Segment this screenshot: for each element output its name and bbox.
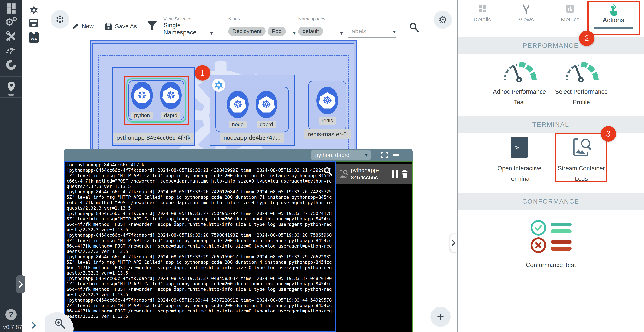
select-performance-profile-action[interactable]: Select Performance Profile [552,58,610,108]
location-pin-icon[interactable] [0,81,22,97]
inbox-icon[interactable] [22,18,46,27]
tab-label: Views [507,16,546,23]
selected-pod-highlight: ☸ python ☸ daprd [126,78,186,123]
kind-chip-deployment[interactable]: Deployment [228,27,266,36]
tools-icon[interactable] [0,31,22,41]
pencil-icon [72,22,79,30]
container-redis[interactable]: ☸ redis [316,87,338,124]
annotation-badge-2: 2 [579,30,594,46]
kind-chip-pod[interactable]: Pod [268,27,286,36]
zoom-in-icon [54,318,66,329]
terminal-icon: >_ [510,136,528,158]
save-as-button[interactable]: Save As [104,22,137,30]
container-daprd[interactable]: ☸ daprd [160,82,182,119]
fullscreen-icon [381,152,388,159]
container-label: redis [318,117,336,124]
deployment-pythonapp[interactable]: ☸ python ☸ daprd pythonapp-8454cc66c-4f7… [112,67,195,146]
kinds-field[interactable]: Kinds Deployment Pod ▾ [228,16,296,38]
gear-icon: ⚙ [438,14,448,25]
sidebar-divider [0,76,22,77]
search-button[interactable] [409,22,419,33]
dashboard-icon[interactable] [0,3,22,14]
kinds-label: Kinds [228,16,296,21]
container-node[interactable]: ☸ node [227,91,248,128]
settings-button[interactable]: ⚙ [434,11,452,29]
tab-label: Metrics [551,16,590,23]
gears-icon[interactable]: ⚙ ⚙ [0,17,22,27]
namespace-chip-default[interactable]: default [298,27,323,36]
annotation-box-1: ☸ python ☸ daprd [124,76,189,125]
pod-name-chip[interactable]: nodeapp-d64b5747... [220,133,284,143]
container-daprd[interactable]: ☸ daprd [256,91,277,128]
pod-nodeapp[interactable]: ☸ node ☸ daprd [215,87,289,132]
gauge-icon[interactable] [0,46,22,54]
pod-redis[interactable]: ☸ redis [308,81,346,130]
annotation-box-2 [587,1,640,35]
k8s-container-icon: ☸ [227,91,248,118]
tool-rail: WA [22,0,46,332]
help-button[interactable]: ? [6,309,17,320]
chevron-right-icon [452,240,456,246]
view-selector-field[interactable]: View Selector Single Namespace ▾ [164,16,213,38]
search-icon [409,22,419,32]
log-record: [pythonapp-8454cc66c-4f7fk:daprd] 2024-0… [66,276,333,297]
pod-pythonapp[interactable]: ☸ python ☸ daprd [128,80,184,120]
k8s-container-icon: ☸ [256,91,277,118]
tab-label: Details [463,16,502,23]
log-stream-tab[interactable]: pythonapp-8454cc66c [336,164,412,184]
pause-stream-button[interactable] [392,170,398,178]
dapr-sidecar-icon [212,78,225,92]
log-record: [pythonapp-8454cc66c-4f7fk:daprd] 2024-0… [66,232,333,254]
terminal-header[interactable]: python, daprd ▾ [64,149,413,161]
container-python[interactable]: ☸ python [131,82,153,119]
wasm-icon[interactable]: WA [22,32,46,42]
adhoc-performance-action[interactable]: Adhoc Performance Test [490,58,548,108]
k8s-container-icon: ☸ [160,82,182,109]
conformance-pass-icon [531,220,572,236]
chevron-right-icon [32,322,36,329]
action-label: Select Performance Profile [554,87,608,108]
dapr-menu-button[interactable] [51,10,69,29]
log-search-button[interactable] [324,167,333,177]
namespaces-field[interactable]: Namespaces default ▾ [298,16,343,38]
log-record: [pythonapp-8454cc66c-4f7fk:daprd] 2024-0… [66,297,333,319]
labels-placeholder: Labels [348,28,366,35]
search-icon [324,167,333,176]
pod-label-redis[interactable]: redis-master-0 [304,129,350,139]
log-stream-tabs: pythonapp-8454cc66c [336,161,413,332]
gauge-icon [564,58,599,82]
tab-details[interactable]: Details [463,4,502,23]
pod-name-chip[interactable]: pythonapp-8454cc66c-4f7fk [113,133,194,143]
action-label: Open Interactive Terminal [492,163,546,184]
log-terminal-panel: python, daprd ▾ log:pythonapp-8454cc66c-… [64,149,413,332]
labels-field[interactable]: Labels ▾ [348,16,396,37]
action-label: Adhoc Performance Test [492,87,546,108]
filter-button[interactable] [147,21,157,32]
container-selector-dropdown[interactable]: python, daprd ▾ [311,150,371,160]
conformance-test-action[interactable]: Conformance Test [458,261,644,269]
container-label: daprd [256,121,276,128]
chevron-right-icon [18,280,23,288]
tab-views[interactable]: Views [507,4,546,23]
log-output[interactable]: log:pythonapp-8454cc66c-4f7fk [pythonapp… [64,161,336,332]
minimize-button[interactable] [393,154,399,156]
save-icon [104,22,112,30]
open-interactive-terminal-action[interactable]: >_ Open Interactive Terminal [490,136,548,184]
views-branch-icon [522,4,531,15]
section-header-performance: PERFORMANCE [458,37,644,54]
sidebar-expand-handle[interactable] [16,275,25,293]
tab-metrics[interactable]: Metrics [551,4,590,23]
mesh-chart-icon[interactable] [0,59,22,70]
rail-expand-chevron[interactable] [22,322,46,329]
chevron-down-icon: ▾ [293,30,296,36]
log-record: [pythonapp-8454cc66c-4f7fk:daprd] 2024-0… [66,211,333,232]
section-header-conformance: CONFORMANCE [458,193,644,210]
add-button[interactable]: + [430,307,450,327]
new-button[interactable]: New [72,22,94,30]
panel-collapse-handle[interactable] [450,234,457,252]
dapr-logo-icon[interactable] [22,5,46,15]
view-selector-value: Single Namespace [164,22,210,36]
trash-icon[interactable] [401,170,408,178]
fullscreen-button[interactable] [381,152,388,159]
k8s-container-icon: ☸ [316,87,338,114]
